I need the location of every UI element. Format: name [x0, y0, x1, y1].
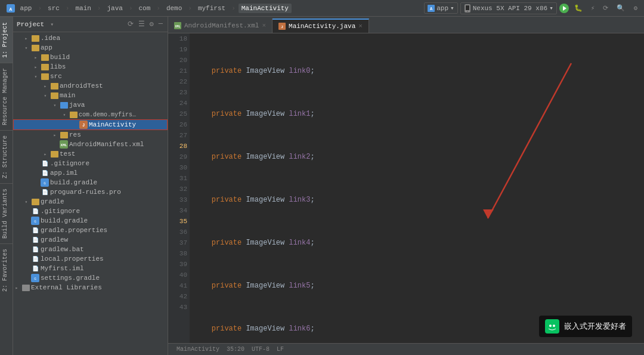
- tree-item-gitignore2[interactable]: 📄 .gitignore: [13, 159, 168, 168]
- tree-item-gitignore[interactable]: 📄 .gitignore: [13, 206, 168, 216]
- tree-item-androidmanifest[interactable]: XML AndroidManifest.xml: [13, 140, 168, 149]
- tree-item-app[interactable]: app: [13, 43, 168, 53]
- code-editor[interactable]: 18 19 20 21 22 23 24 25 26 27 28 29 30 3…: [168, 33, 644, 343]
- tree-item-src[interactable]: src: [13, 72, 168, 81]
- toolbar-java[interactable]: java: [104, 4, 125, 13]
- sidebar-tab-project[interactable]: 1: Project: [0, 17, 13, 63]
- tree-item-gradlew[interactable]: 📄 gradlew: [13, 235, 168, 245]
- tree-item-settingsgradle[interactable]: G settings.gradle: [13, 273, 168, 283]
- tree-item-appiml[interactable]: 📄 app.iml: [13, 168, 168, 178]
- tree-arrow-test[interactable]: [42, 150, 49, 158]
- toolbar-com[interactable]: com: [135, 4, 153, 13]
- tree-item-localprops[interactable]: 📄 local.properties: [13, 254, 168, 264]
- tab-close-mainactivity[interactable]: ×: [358, 23, 363, 30]
- device-selector[interactable]: Nexus 5X API 29 x86 ▾: [460, 2, 557, 14]
- tree-item-java[interactable]: java: [13, 100, 168, 110]
- file-icon-gradlew: 📄: [31, 236, 39, 244]
- tree-item-build[interactable]: build: [13, 53, 168, 62]
- run-config-selector[interactable]: A app ▾: [424, 2, 457, 14]
- tree-arrow-app[interactable]: [23, 44, 30, 51]
- sidebar-tab-build-variants[interactable]: Build Variants: [0, 183, 13, 243]
- tree-item-res[interactable]: res: [13, 130, 168, 140]
- sidebar-tab-resource[interactable]: Resource Manager: [0, 63, 13, 130]
- tree-label-gradle-folder: gradle: [41, 198, 64, 205]
- watermark: 嵌入式开发爱好者: [539, 316, 632, 337]
- svg-rect-5: [466, 5, 469, 10]
- panel-actions: ⟳ ☰ ⚙ —: [126, 20, 164, 29]
- tree-arrow-libs[interactable]: [32, 63, 39, 70]
- sidebar-tab-structure[interactable]: Z: Structure: [0, 130, 13, 183]
- file-icon-gradleprops: 📄: [31, 226, 39, 234]
- sidebar-tab-favorites[interactable]: 2: Favorites: [0, 243, 13, 297]
- settings-button[interactable]: ⚙: [630, 3, 640, 13]
- tree-label-proguard: proguard-rules.pro: [50, 189, 121, 196]
- gradle-icon: G: [31, 217, 39, 225]
- tree-item-gradle-folder[interactable]: gradle: [13, 197, 168, 206]
- debug-button[interactable]: 🐛: [571, 3, 586, 13]
- tree-item-gradlewbat[interactable]: 📄 gradlew.bat: [13, 245, 168, 254]
- tree-item-mainactivity[interactable]: J MainActivity: [13, 119, 168, 130]
- tree-label-gradleprops: gradle.properties: [41, 227, 107, 234]
- panel-collapse-btn[interactable]: —: [157, 20, 164, 29]
- tree-label-src: src: [50, 73, 62, 80]
- panel-gear-btn[interactable]: ⚙: [148, 20, 155, 29]
- tree-item-extlibs[interactable]: External Libraries: [13, 283, 168, 292]
- tree-label-package: com.demo.myfirs…: [79, 112, 136, 118]
- tree-item-myfirstiml[interactable]: 📄 Myfirst.iml: [13, 264, 168, 273]
- wechat-icon: [545, 319, 559, 334]
- tree-arrow-gradle-folder[interactable]: [23, 198, 30, 205]
- toolbar-demo[interactable]: demo: [163, 4, 185, 13]
- code-line-20: private ImageView link2;: [194, 152, 639, 162]
- tree-arrow-build[interactable]: [32, 54, 39, 61]
- tree-item-libs[interactable]: libs: [13, 62, 168, 72]
- tab-androidmanifest[interactable]: XML AndroidManifest.xml ×: [168, 18, 273, 33]
- tree-item-main[interactable]: main: [13, 91, 168, 100]
- tree-item-package[interactable]: com.demo.myfirs…: [13, 110, 168, 119]
- svg-text:XML: XML: [175, 25, 180, 29]
- tree-label-test: test: [60, 150, 75, 158]
- folder-icon-main: [50, 91, 58, 100]
- tree-item-proguard[interactable]: 📄 proguard-rules.pro: [13, 187, 168, 197]
- tree-label-settingsgradle: settings.gradle: [41, 274, 100, 282]
- tree-arrow-idea[interactable]: [23, 35, 30, 42]
- run-button[interactable]: [559, 4, 569, 13]
- tree-item-androidtest[interactable]: androidTest: [13, 81, 168, 91]
- folder-icon-idea: [31, 34, 39, 42]
- tree-arrow-extlibs[interactable]: [13, 284, 20, 291]
- toolbar-mainactivity[interactable]: MainActivity: [239, 4, 292, 13]
- tree-arrow-package[interactable]: [61, 111, 68, 118]
- svg-point-24: [553, 325, 555, 327]
- tree-item-test[interactable]: test: [13, 149, 168, 159]
- folder-icon-androidtest: [50, 82, 58, 90]
- toolbar-app[interactable]: A app: [4, 3, 35, 14]
- svg-point-23: [549, 325, 552, 327]
- tree-item-gradleprops[interactable]: 📄 gradle.properties: [13, 226, 168, 235]
- tree-label-extlibs: External Libraries: [31, 284, 102, 291]
- tab-mainactivity[interactable]: J MainActivity.java ×: [273, 18, 369, 33]
- search-button[interactable]: 🔍: [614, 3, 628, 13]
- tree-item-buildgradle2[interactable]: G build.gradle: [13, 178, 168, 187]
- tree-arrow-res[interactable]: [51, 131, 58, 138]
- profile-button[interactable]: ⚡: [588, 3, 598, 13]
- folder-icon-package: [69, 110, 78, 119]
- folder-icon-res: [60, 131, 68, 139]
- panel-sync-btn[interactable]: ⟳: [126, 20, 135, 29]
- svg-text:J: J: [281, 25, 283, 29]
- panel-equalizer-btn[interactable]: ☰: [137, 20, 146, 29]
- toolbar-main[interactable]: main: [72, 4, 94, 13]
- toolbar-src[interactable]: src: [45, 4, 63, 13]
- tree-arrow-src[interactable]: [32, 73, 39, 80]
- tree-label-androidtest: androidTest: [60, 82, 103, 89]
- gradle-icon-settings: G: [31, 274, 39, 282]
- tree-item-buildgradle[interactable]: G build.gradle: [13, 216, 168, 226]
- tree-arrow-java[interactable]: [51, 101, 58, 109]
- sync-button[interactable]: ⟳: [600, 3, 611, 13]
- tree-arrow-main[interactable]: [42, 92, 49, 99]
- xml-icon: XML: [60, 140, 68, 149]
- folder-icon-extlibs: [21, 283, 30, 292]
- tree-item-idea[interactable]: .idea: [13, 33, 168, 43]
- tree-arrow-androidtest[interactable]: [42, 82, 49, 89]
- tab-close-manifest[interactable]: ×: [262, 22, 266, 29]
- status-bar: MainActivity 35:20 UTF-8 LF: [168, 343, 644, 355]
- toolbar-myfirst[interactable]: myfirst: [195, 4, 228, 13]
